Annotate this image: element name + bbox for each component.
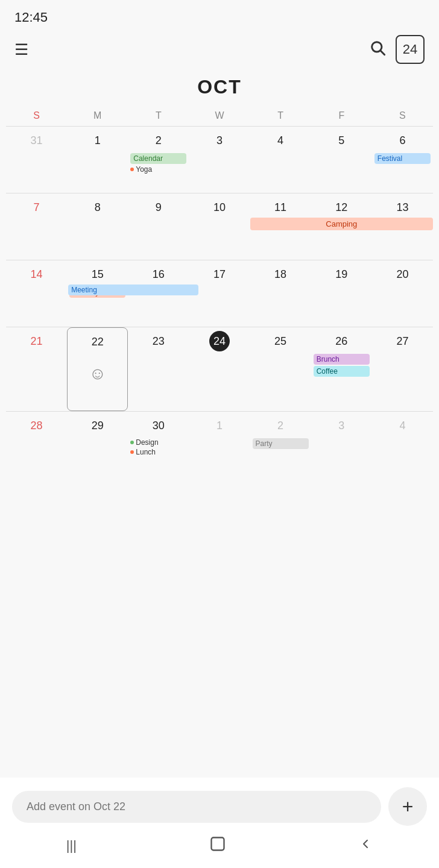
dow-thursday: T [250, 108, 311, 124]
status-bar: 12:45 [0, 0, 439, 30]
day-30[interactable]: 30 Design Lunch [128, 412, 189, 478]
day-number-2: 2 [148, 130, 169, 151]
day-28[interactable]: 28 [6, 412, 67, 478]
nav-back-icon[interactable] [358, 837, 373, 855]
week-row-1: 31 1 2 Calendar Yoga 3 4 5 6 Festival [6, 126, 433, 193]
dow-tuesday: T [128, 108, 189, 124]
add-event-button[interactable]: + [388, 787, 427, 826]
day-number-19: 19 [331, 264, 352, 285]
day-number-25: 25 [270, 331, 291, 351]
event-yoga: Yoga [130, 165, 186, 174]
lunch-dot [130, 450, 134, 454]
day-number-17: 17 [209, 264, 230, 285]
day-number-3: 3 [209, 130, 230, 151]
day-1[interactable]: 1 [67, 127, 128, 193]
day-9[interactable]: 9 [128, 193, 189, 260]
day-number-11: 11 [270, 197, 291, 218]
nav-menu-icon[interactable]: ||| [66, 838, 77, 854]
bottom-bar: + ||| [0, 778, 439, 868]
event-brunch: Brunch [314, 354, 370, 365]
day-number-13: 13 [392, 197, 412, 218]
event-meeting: Meeting [68, 285, 198, 295]
day-number-nov-1: 1 [209, 415, 230, 436]
day-number-22: 22 [87, 332, 108, 352]
event-party: Party [253, 438, 309, 449]
event-calendar: Calendar [130, 153, 186, 164]
day-number-nov-2: 2 [270, 415, 291, 436]
day-number-30: 30 [148, 415, 169, 436]
dow-sunday: S [6, 108, 67, 124]
day-14[interactable]: 14 [6, 260, 67, 327]
top-nav: ☰ 24 [0, 30, 439, 71]
day-24[interactable]: 24 [189, 327, 250, 411]
day-number-18: 18 [270, 264, 291, 285]
dow-friday: F [311, 108, 372, 124]
calendar-container: S M T W T F S 31 1 2 Calendar Yoga 3 4 [0, 108, 439, 478]
day-number-7: 7 [27, 197, 47, 218]
day-number-28: 28 [27, 415, 47, 436]
day-22[interactable]: 22 ☺ [67, 327, 128, 411]
status-time: 12:45 [14, 10, 48, 25]
day-18[interactable]: 18 [250, 260, 311, 327]
event-camping: Camping [250, 218, 433, 230]
day-27[interactable]: 27 [372, 327, 433, 411]
day-number-20: 20 [392, 264, 412, 285]
day-nov-2[interactable]: 2 Party [250, 412, 311, 478]
day-number-24: 24 [209, 331, 230, 351]
svg-rect-2 [211, 838, 224, 851]
add-event-input[interactable] [12, 791, 381, 823]
day-nov-3[interactable]: 3 [311, 412, 372, 478]
day-number-12: 12 [331, 197, 352, 218]
day-number-4: 4 [270, 130, 291, 151]
day-3[interactable]: 3 [189, 127, 250, 193]
day-number-23: 23 [148, 331, 169, 351]
day-number-21: 21 [27, 331, 47, 351]
day-number-16: 16 [148, 264, 169, 285]
day-5[interactable]: 5 [311, 127, 372, 193]
event-festival: Festival [374, 153, 431, 164]
week-row-5: 28 29 30 Design Lunch 1 2 Party 3 4 [6, 411, 433, 478]
menu-icon[interactable]: ☰ [14, 40, 28, 59]
dow-monday: M [67, 108, 128, 124]
day-25[interactable]: 25 [250, 327, 311, 411]
day-23[interactable]: 23 [128, 327, 189, 411]
day-10[interactable]: 10 [189, 193, 250, 260]
smiley-icon: ☺ [70, 364, 125, 383]
dow-wednesday: W [189, 108, 250, 124]
day-21[interactable]: 21 [6, 327, 67, 411]
add-event-bar: + [0, 778, 439, 831]
day-number-nov-4: 4 [392, 415, 412, 436]
calendar-date-badge[interactable]: 24 [396, 35, 425, 64]
day-nov-4[interactable]: 4 [372, 412, 433, 478]
day-number-29: 29 [87, 415, 108, 436]
day-19[interactable]: 19 [311, 260, 372, 327]
dow-header: S M T W T F S [6, 108, 433, 124]
day-8[interactable]: 8 [67, 193, 128, 260]
nav-right: 24 [369, 35, 425, 64]
day-31[interactable]: 31 [6, 127, 67, 193]
day-2[interactable]: 2 Calendar Yoga [128, 127, 189, 193]
day-number-15: 15 [87, 264, 108, 285]
search-icon[interactable] [369, 39, 386, 60]
month-title: OCT [0, 71, 439, 108]
day-number-26: 26 [331, 331, 352, 351]
design-dot [130, 441, 134, 444]
day-4[interactable]: 4 [250, 127, 311, 193]
event-design: Design [130, 438, 186, 447]
nav-home-icon[interactable] [209, 835, 226, 856]
event-coffee-26: Coffee [314, 366, 370, 377]
day-number-14: 14 [27, 264, 47, 285]
nav-bar: ||| [0, 831, 439, 858]
day-26[interactable]: 26 Brunch Coffee [311, 327, 372, 411]
day-number-27: 27 [392, 331, 412, 351]
day-20[interactable]: 20 [372, 260, 433, 327]
day-29[interactable]: 29 [67, 412, 128, 478]
day-number-5: 5 [331, 130, 352, 151]
day-number-31: 31 [27, 130, 47, 151]
svg-line-1 [381, 51, 384, 54]
day-nov-1[interactable]: 1 [189, 412, 250, 478]
dow-saturday: S [372, 108, 433, 124]
event-lunch: Lunch [130, 448, 186, 456]
day-6[interactable]: 6 Festival [372, 127, 433, 193]
day-7[interactable]: 7 [6, 193, 67, 260]
